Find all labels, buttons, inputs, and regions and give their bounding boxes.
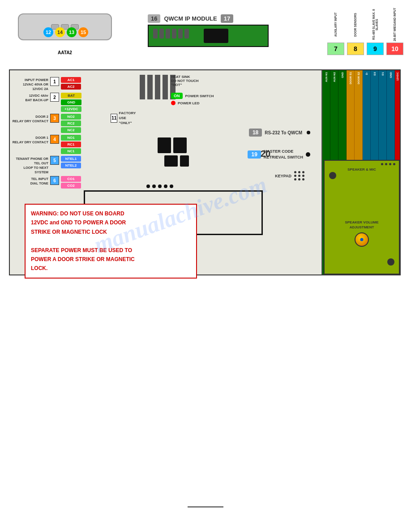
label-group5: TENANT PHONE OR TEL OUTLOOP TO NEXT SYST… xyxy=(12,157,48,174)
label-group3: DOOR 2RELAY DRY CONTACT xyxy=(12,115,48,124)
col-gnd-green: GND xyxy=(341,72,344,78)
device-label: AATA2 xyxy=(18,50,112,55)
col-aux-n1: AUX-N1 xyxy=(325,72,328,82)
term-12vdc: +12VDC xyxy=(61,106,81,112)
power-switch-area: ON POWER SWITCH xyxy=(171,93,214,99)
master-code-badge: 19 xyxy=(248,150,261,159)
num-2: 2 xyxy=(50,93,59,102)
label-group2: 12VDC 4AhrBAT BACK-UP xyxy=(12,94,48,103)
group-4: DOOR 1RELAY DRY CONTACT 4 NO1 RC1 NC1 xyxy=(12,135,81,154)
speaker-vol-section: SPEAKER VOLUMEADJUSTMENT xyxy=(325,220,399,247)
term-rc1: RC1 xyxy=(61,142,81,147)
speaker-right-dot xyxy=(387,258,394,266)
device-illustration: 12 14 13 15 AATA2 xyxy=(18,13,112,55)
num-3: 3 xyxy=(50,114,59,123)
warning-box: WARNING: DO NOT USE ON BOARD 12VDC and G… xyxy=(25,204,197,279)
rs232-badge: 18 xyxy=(249,129,262,137)
factory-use-label: FACTORY USE"ONLY" xyxy=(119,111,137,126)
intercom-graphic xyxy=(158,137,189,167)
term-bat: BAT xyxy=(61,93,81,99)
term-ac2: AC2 xyxy=(61,84,81,90)
num-11: 11 xyxy=(111,114,117,123)
group-2: 12VDC 4AhrBAT BACK-UP 2 BAT GND +12VDC xyxy=(12,93,81,112)
rs232-label: RS-232 To QWCM xyxy=(265,130,302,135)
col7-num: 7 xyxy=(327,43,344,55)
knob-indicator xyxy=(360,238,364,241)
keypad-label: KEYPAD xyxy=(275,174,291,178)
term-nc1: NC1 xyxy=(61,148,81,154)
term-gnd: GND xyxy=(61,99,81,105)
rs232-section: 18 RS-232 To QWCM xyxy=(249,129,310,137)
label-group1: INPUT POWER12VAC 40VA OR 12VDC 2A xyxy=(12,78,48,91)
col-d1: D1 xyxy=(381,72,384,76)
col10-label: 26-BIT WIEGAND INPUT xyxy=(393,7,396,43)
right-col-headers: AUXILARY INPUT 7 DOOR SENSORS 8 RS-485 S… xyxy=(326,7,404,55)
heat-sink-label1: HEAT SINK xyxy=(171,75,199,79)
on-label: ON xyxy=(171,93,183,99)
page-container: 12 14 13 15 AATA2 16 QWCM IP MODULE 17 A… xyxy=(0,0,411,532)
speaker-vol-knob[interactable] xyxy=(355,232,369,247)
speaker-area: SPEAKER & MIC SPEAKER VOLUMEADJUSTMENT xyxy=(324,160,400,275)
keypad-dots xyxy=(294,171,305,180)
warning-line7: LOCK. xyxy=(31,265,47,271)
module-name: QWCM IP MODULE xyxy=(164,15,217,22)
left-labels-col: INPUT POWER12VAC 40VA OR 12VDC 2A 1 AC1 … xyxy=(12,75,81,190)
label-group6: TEL INPUTDIAL TONE xyxy=(12,177,48,186)
col8-label: DOOR SENSORS xyxy=(354,7,357,43)
power-switch-label: POWER SWITCH xyxy=(185,94,214,98)
heat-sink-graphic xyxy=(140,75,176,99)
term-nc2: NC2 xyxy=(61,127,81,133)
factory-use-area: 11 FACTORY USE"ONLY" xyxy=(111,111,138,126)
module16-header: 16 QWCM IP MODULE 17 xyxy=(148,14,233,23)
col9-num: 9 xyxy=(367,43,384,55)
term-no1: NO1 xyxy=(61,135,81,141)
col8-num: 8 xyxy=(347,43,364,55)
wire-vertical-right xyxy=(261,190,263,235)
col-gnd-cyan: GND xyxy=(390,72,392,78)
badge-16: 16 xyxy=(148,14,160,23)
circle-12: 12 xyxy=(43,27,53,37)
col-doors1: DOOR S1 xyxy=(349,72,352,84)
group-5: TENANT PHONE OR TEL OUTLOOP TO NEXT SYST… xyxy=(12,156,81,174)
warning-line3: STRIKE OR MAGNETIC LOCK xyxy=(31,229,107,235)
num-4: 4 xyxy=(50,135,59,144)
wire-horizontal-top xyxy=(84,190,263,192)
term-ntel2: NTEL2 xyxy=(61,163,81,168)
num-20-badge: 20 xyxy=(261,149,304,159)
term-no2: NO2 xyxy=(61,114,81,120)
connector-dots-row xyxy=(146,184,173,188)
circle-14: 14 xyxy=(55,27,65,37)
bottom-line xyxy=(188,506,223,507)
warning-line2: 12VDC and GND TO POWER A DOOR xyxy=(31,219,126,226)
term-rc2: RC2 xyxy=(61,120,81,126)
warning-line6: POWER A DOOR STRIKE OR MAGNETIC xyxy=(31,256,135,262)
col7-label: AUXILARY INPUT xyxy=(334,7,337,43)
term-co1: CO1 xyxy=(61,176,81,182)
term-co2: CO2 xyxy=(61,183,81,189)
warning-line5: SEPARATE POWER MUST BE USED TO xyxy=(31,247,132,253)
heat-sink-label3: "HOT" xyxy=(171,83,199,87)
speaker-dots-top xyxy=(381,163,395,165)
col9-label: RS-485 SLAVE MAX. 8 SLAVES xyxy=(372,7,378,43)
warning-text: WARNING: DO NOT USE ON BOARD 12VDC and G… xyxy=(31,209,191,273)
num-1: 1 xyxy=(50,77,59,86)
group-1: INPUT POWER12VAC 40VA OR 12VDC 2A 1 AC1 … xyxy=(12,77,81,91)
badge-17: 17 xyxy=(221,14,233,23)
warning-line1: WARNING: DO NOT USE ON BOARD xyxy=(31,210,124,217)
speaker-mic-label: SPEAKER & MIC xyxy=(325,167,399,172)
col-d-minus: D- xyxy=(365,72,368,75)
device-body: 12 14 13 15 xyxy=(18,13,112,40)
heat-sink-label2: DO NOT TOUCH xyxy=(171,79,199,83)
group-6: TEL INPUTDIAL TONE 6 CO1 CO2 xyxy=(12,176,81,189)
module16-board xyxy=(148,25,269,47)
group-3: DOOR 2RELAY DRY CONTACT 3 NO2 RC2 NC2 xyxy=(12,114,81,133)
num-6: 6 xyxy=(50,176,59,185)
col-doors2: DOOR S2 xyxy=(357,72,360,84)
term-ntel1: NTEL1 xyxy=(61,156,81,162)
col-aux-n2: AUX-N2 xyxy=(333,72,336,82)
num-5: 5 xyxy=(50,156,59,165)
heat-sink-labels: HEAT SINK DO NOT TOUCH "HOT" xyxy=(171,75,199,87)
col-12vdc: 12VDC xyxy=(396,72,399,81)
keypad-section: KEYPAD xyxy=(275,171,305,180)
speaker-vol-label: SPEAKER VOLUMEADJUSTMENT xyxy=(325,220,399,230)
